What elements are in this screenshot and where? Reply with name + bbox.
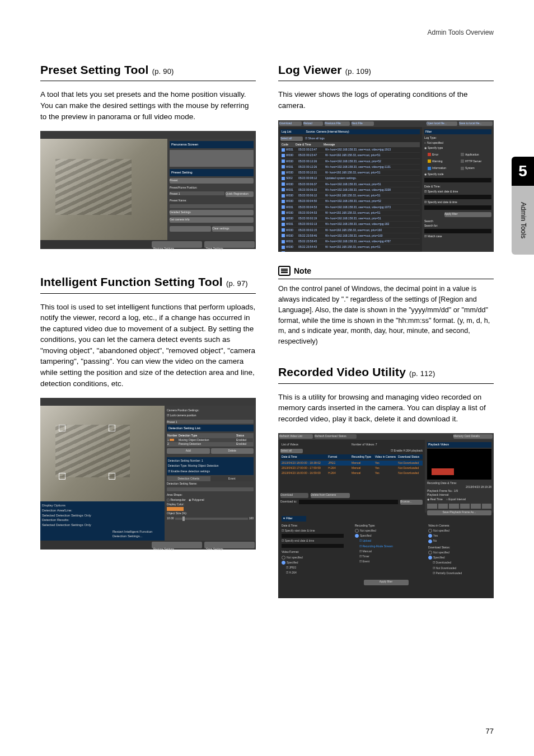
preview-settings-button[interactable]	[170, 226, 211, 232]
rec-apply-filter-button[interactable]: Apply filter	[364, 580, 409, 585]
spec-start-chk[interactable]: ☑ Specify start date & time	[424, 190, 491, 194]
spec-type-radio[interactable]: ◉ Specify type	[424, 146, 491, 150]
save-frame-button[interactable]: Save Playback Frame As...	[427, 510, 491, 515]
search-input[interactable]	[424, 229, 491, 233]
log-row[interactable]: W03105/23 00:23:47W+ host=192.168.158.33…	[280, 147, 420, 153]
equal-int-radio[interactable]: ○ Equal Interval	[446, 497, 466, 501]
pct-slider[interactable]	[175, 518, 248, 520]
real-time-radio[interactable]: ◉ Real Time	[427, 497, 443, 501]
video-row[interactable]: 2013/04/23 16:00:00 - 16:59:00H.264Manua…	[280, 471, 423, 476]
video-row[interactable]: 2013/04/23 18:00:00 - 18:38:02JPEGManual…	[280, 461, 423, 466]
pb-play-button[interactable]	[460, 504, 470, 509]
browse-button[interactable]: Browse...	[400, 500, 423, 505]
del-cam-button[interactable]: Delete from Camera	[311, 493, 350, 498]
pb-last-button[interactable]	[482, 504, 492, 509]
restore-button[interactable]: Restore Settings	[152, 241, 202, 248]
apply-filter-button[interactable]: Apply filter	[444, 212, 491, 217]
det-name-input[interactable]	[167, 487, 254, 491]
spec-code-radio[interactable]: ◉ Specify code	[424, 172, 491, 176]
log-row[interactable]: W03105/23 00:02:13W+ host=192.168.158.33…	[280, 222, 420, 227]
log-row[interactable]: W03005/23 00:06:37W+ host=192.168.158.33…	[280, 182, 420, 187]
rt-notspec-radio[interactable]: Not specified	[355, 529, 417, 533]
vc-no-radio[interactable]: No	[428, 539, 490, 543]
add-button[interactable]: Add	[167, 448, 210, 454]
enable-h264-chk[interactable]: ☑ Enable H.264 playback	[391, 449, 423, 453]
start-dt-input[interactable]	[424, 195, 491, 199]
tab-event[interactable]: Event	[210, 476, 254, 481]
rec-end-input[interactable]	[282, 544, 344, 548]
log-row[interactable]: W03105/22 23:58:45W+ host=192.168.158.33…	[280, 239, 420, 245]
det-results-select[interactable]: Selected Detection Settings Only	[42, 523, 163, 528]
next-file-button[interactable]: Next File	[352, 121, 374, 126]
rec-end-chk[interactable]: ☑ Specify end date & time	[282, 539, 344, 543]
pb-first-button[interactable]	[427, 504, 437, 509]
rect-radio[interactable]: ▢ Rectangular	[167, 498, 185, 502]
log-row[interactable]: W03005/22 23:58:46W+ host=192.168.158.33…	[280, 233, 420, 239]
video-row[interactable]: 2013/04/23 17:00:00 - 17:59:59H.264Manua…	[280, 466, 423, 471]
end-dt-input[interactable]	[424, 205, 491, 210]
log-row[interactable]: W03005/23 00:04:53W- host=192.168.158.33…	[280, 210, 420, 216]
log-row[interactable]: W03005/22 23:54:43W- host=192.168.158.33…	[280, 245, 420, 250]
preset-name-input[interactable]	[170, 204, 254, 208]
refresh-list-button[interactable]: Refresh Video List	[279, 434, 313, 439]
rt-spec-radio[interactable]: Specified	[355, 534, 417, 538]
lock-cam-chk[interactable]: ☑ Lock camera position	[167, 413, 254, 418]
color-swatch[interactable]	[167, 507, 184, 511]
rec-start-input[interactable]	[282, 534, 344, 538]
get-cam-info-button[interactable]: Get camera info	[170, 217, 254, 223]
not-spec-radio[interactable]: ○ Not specified	[424, 141, 491, 145]
quick-reg-button[interactable]: Quick Registration	[226, 191, 254, 197]
dl-path-input[interactable]	[299, 500, 398, 504]
preset-select[interactable]: Preset 1	[170, 191, 224, 195]
log-row[interactable]: W03005/23 00:06:12W- host=192.168.158.33…	[280, 193, 420, 199]
log-row[interactable]: W03005/23 00:02:15W- host=192.168.158.33…	[280, 228, 420, 233]
log-row[interactable]: W03005/23 00:04:50W+ host=192.168.158.33…	[280, 199, 420, 204]
detailed-button[interactable]: Detailed Settings	[170, 210, 254, 215]
clear-button[interactable]: Clear settings	[212, 226, 254, 232]
log-row[interactable]: W03005/23 00:12:26W+ host=192.168.158.33…	[280, 159, 420, 165]
open-local-button[interactable]: Open local file...	[427, 121, 457, 126]
show-all-chk[interactable]: ☑ Show all logs	[305, 137, 325, 141]
vc-yes-radio[interactable]: Yes	[428, 534, 490, 538]
rec-start-chk[interactable]: ☑ Specify start date & time	[282, 529, 344, 533]
reload-button[interactable]: Reload	[303, 121, 323, 126]
delete-button[interactable]: Delete	[211, 448, 254, 454]
pb-back-button[interactable]	[449, 504, 459, 509]
log-row[interactable]: W03005/23 00:12:21W- host=192.168.158.33…	[280, 170, 420, 176]
log-row[interactable]: S00205/23 00:08:12Updated system setting…	[280, 176, 420, 181]
poly-radio[interactable]: ◉ Polygonal	[189, 498, 204, 502]
rec-select-all[interactable]: Select all	[280, 449, 303, 453]
ifs-restore-button[interactable]: Restore Settings	[152, 542, 202, 548]
log-row[interactable]: W03105/23 00:04:53W+ host=192.168.158.33…	[280, 205, 420, 210]
refresh-dl-button[interactable]: Refresh Download Status	[315, 434, 357, 439]
rec-download-button[interactable]: Download	[280, 493, 308, 498]
code-input[interactable]	[424, 178, 491, 182]
select-all-button[interactable]: Select all	[280, 137, 303, 141]
log-row[interactable]: W03105/23 00:12:26W+ host=192.168.158.33…	[280, 165, 420, 170]
ifs-save-button[interactable]: Save Settings	[204, 542, 255, 548]
save-button[interactable]: Save Settings	[204, 241, 255, 248]
vc-notspec-radio[interactable]: Not specified	[428, 529, 490, 533]
det-area-select[interactable]: Selected Detection Settings Only	[42, 513, 163, 518]
tab-criteria[interactable]: Detection Criteria	[167, 476, 210, 481]
log-row[interactable]: S00205/22 23:52:59Updated system setting…	[280, 251, 420, 252]
log-row[interactable]: W03105/23 00:06:32W+ host=192.168.158.33…	[280, 187, 420, 193]
dl-notspec-radio[interactable]: Not specified	[428, 551, 490, 555]
save-local-button[interactable]: Save to local file...	[459, 121, 493, 126]
log-row[interactable]: W03005/23 00:02:19W+ host=192.168.158.33…	[280, 216, 420, 222]
dl-spec-radio[interactable]: Specified	[428, 556, 490, 560]
det-settings-button[interactable]: Detection Settings...	[113, 534, 163, 539]
mem-card-button[interactable]: Memory Card Details	[453, 434, 493, 439]
log-row[interactable]: W03005/23 00:23:47W- host=192.168.158.33…	[280, 153, 420, 158]
match-case-chk[interactable]: ☑ Match case	[424, 234, 491, 238]
vf-notspec-radio[interactable]: Not specified	[282, 556, 344, 560]
download-button[interactable]: Download	[279, 121, 302, 126]
vf-spec-radio[interactable]: Specified	[282, 561, 344, 565]
preset-button[interactable]: Preset	[170, 178, 254, 184]
restart-if-button[interactable]: Restart Intelligent Function	[113, 529, 163, 534]
enable-chk[interactable]: ☑ Enable these detection settings	[168, 469, 252, 474]
prev-file-button[interactable]: Previous File	[325, 121, 350, 126]
pb-next-button[interactable]	[471, 504, 481, 509]
ifs-preset-select[interactable]: Preset 1	[167, 420, 254, 424]
spec-end-chk[interactable]: ☑ Specify end date & time	[424, 200, 491, 204]
